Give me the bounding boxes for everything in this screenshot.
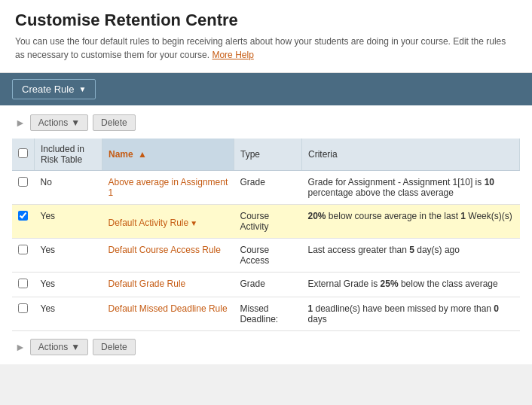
row-criteria: 20% below course average in the last 1 W… <box>302 205 520 239</box>
forward-icon-bottom: ► <box>15 341 26 353</box>
row-checkbox[interactable] <box>18 303 28 313</box>
row-risk: Yes <box>35 297 102 331</box>
table-row: YesDefault Course Access RuleCourse Acce… <box>12 239 520 273</box>
row-risk: Yes <box>35 273 102 297</box>
more-help-link[interactable]: More Help <box>212 50 253 60</box>
row-checkbox[interactable] <box>18 177 28 187</box>
row-checkbox-cell <box>12 171 35 205</box>
row-checkbox[interactable] <box>18 211 28 221</box>
page-title: Customise Retention Centre <box>15 11 517 30</box>
row-risk: Yes <box>35 239 102 273</box>
create-rule-button[interactable]: Create Rule ▼ <box>12 79 96 99</box>
row-checkbox-cell <box>12 239 35 273</box>
row-type: Course Activity <box>234 205 302 239</box>
top-actions-button[interactable]: Actions ▼ <box>30 114 88 131</box>
header-risk: Included inRisk Table <box>35 139 102 171</box>
row-name: Default Missed Deadline Rule <box>102 297 234 331</box>
row-name: Default Grade Rule <box>102 273 234 297</box>
header-name[interactable]: Name ▲ <box>102 139 234 171</box>
row-type: Course Access <box>234 239 302 273</box>
rules-table: Included inRisk Table Name ▲ Type Criter… <box>12 139 520 331</box>
table-row: YesDefault Activity Rule▼Course Activity… <box>12 205 520 239</box>
table-row: NoAbove average in Assignment 1GradeGrad… <box>12 171 520 205</box>
rule-name-link[interactable]: Default Course Access Rule <box>109 245 221 255</box>
table-header-row: Included inRisk Table Name ▲ Type Criter… <box>12 139 520 171</box>
row-criteria: External Grade is 25% below the class av… <box>302 273 520 297</box>
rule-name-link[interactable]: Default Activity Rule <box>109 218 189 228</box>
row-name: Default Course Access Rule <box>102 239 234 273</box>
row-type: Missed Deadline: <box>234 297 302 331</box>
row-criteria: Grade for Assignment - Assignment 1[10] … <box>302 171 520 205</box>
chevron-down-icon: ▼ <box>71 117 80 128</box>
sort-asc-icon: ▲ <box>138 149 147 160</box>
row-criteria: 1 deadline(s) have been missed by more t… <box>302 297 520 331</box>
row-name: Default Activity Rule▼ <box>102 205 234 239</box>
page-description: You can use the four default rules to be… <box>15 35 517 62</box>
select-all-checkbox[interactable] <box>18 148 28 158</box>
rule-name-link[interactable]: Default Grade Rule <box>109 279 186 289</box>
bottom-actions-bar: ► Actions ▼ Delete <box>12 339 520 355</box>
page-header: Customise Retention Centre You can use t… <box>0 0 532 73</box>
content-area: ► Actions ▼ Delete Included inRisk Table… <box>0 105 532 364</box>
rule-name-link[interactable]: Default Missed Deadline Rule <box>109 303 228 314</box>
chevron-down-icon-bottom: ▼ <box>71 342 80 352</box>
row-checkbox[interactable] <box>18 279 28 288</box>
top-actions-bar: ► Actions ▼ Delete <box>12 114 520 131</box>
toolbar: Create Rule ▼ <box>0 73 532 105</box>
row-checkbox-cell <box>12 297 35 331</box>
row-name: Above average in Assignment 1 <box>102 171 234 205</box>
row-type: Grade <box>234 171 302 205</box>
row-criteria: Last access greater than 5 day(s) ago <box>302 239 520 273</box>
rule-name-link[interactable]: Above average in Assignment 1 <box>109 177 228 198</box>
forward-icon: ► <box>15 117 26 129</box>
row-checkbox-cell <box>12 273 35 297</box>
table-row: YesDefault Missed Deadline RuleMissed De… <box>12 297 520 331</box>
table-row: YesDefault Grade RuleGradeExternal Grade… <box>12 273 520 297</box>
row-checkbox[interactable] <box>18 245 28 254</box>
top-delete-button[interactable]: Delete <box>93 114 136 131</box>
row-risk: Yes <box>35 205 102 239</box>
header-type: Type <box>234 139 302 171</box>
header-checkbox-cell <box>12 139 35 171</box>
row-checkbox-cell <box>12 205 35 239</box>
bottom-actions-button[interactable]: Actions ▼ <box>30 339 88 355</box>
chevron-down-icon: ▼ <box>78 85 86 93</box>
row-type: Grade <box>234 273 302 297</box>
row-risk: No <box>35 171 102 205</box>
bottom-delete-button[interactable]: Delete <box>93 339 136 355</box>
header-criteria: Criteria <box>302 139 520 171</box>
rule-dropdown-icon[interactable]: ▼ <box>190 211 197 227</box>
